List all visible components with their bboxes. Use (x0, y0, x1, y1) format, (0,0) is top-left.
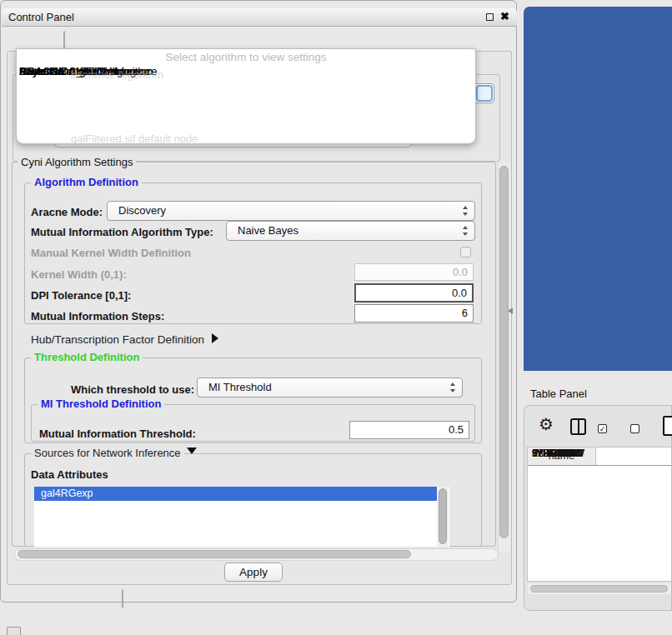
mi-steps-label: Mutual Information Steps: (31, 310, 164, 322)
attribute-item-gal4rgexp[interactable]: gal4RGexp (34, 487, 437, 501)
control-panel-window: Control Panel ✖ NetworkStyleSelectCyni T… (0, 0, 517, 602)
mi-threshold-field[interactable]: 0.5 (349, 421, 469, 439)
tab-jactivemnodules[interactable]: jActiveMNodules (64, 32, 65, 49)
table-cell: 9 (528, 448, 538, 460)
combo-stepper-icon[interactable] (476, 85, 493, 102)
tab-style[interactable]: Style (64, 32, 65, 49)
algorithm-definition-title: Algorithm Definition (31, 177, 142, 188)
control-panel-titlebar[interactable]: Control Panel ✖ (2, 8, 517, 27)
gear-icon[interactable]: ⚙ (539, 415, 554, 433)
close-icon[interactable]: ✖ (500, 10, 509, 22)
stepper-up-icon (463, 226, 468, 229)
desktop: Control Panel ✖ NetworkStyleSelectCyni T… (0, 0, 672, 635)
which-threshold-combo[interactable]: MI Threshold (197, 378, 463, 398)
stepper-down-icon (450, 389, 455, 392)
document-icon[interactable] (663, 416, 672, 436)
which-threshold-value: MI Threshold (208, 378, 272, 397)
manual-kernel-width-checkbox[interactable] (460, 247, 471, 258)
stepper-down-icon (463, 212, 468, 216)
table-horizontal-scrollbar-thumb[interactable] (530, 585, 668, 592)
tab-select[interactable]: Select (64, 32, 65, 49)
table-panel-title: Table Panel (530, 388, 587, 400)
mi-algorithm-type-value: Naive Bayes (238, 222, 298, 240)
panel-splitter-collapse-icon[interactable] (508, 308, 513, 314)
aracne-mode-label: Aracne Mode: (31, 206, 103, 218)
hub-transcription-factor-section[interactable]: Hub/Transcription Factor Definition (31, 333, 204, 346)
mi-threshold-definition-title: MI Threshold Definition (38, 398, 164, 410)
settings-vertical-scrollbar-thumb[interactable] (499, 166, 509, 538)
tab-impute-data[interactable]: Impute Data (123, 590, 123, 608)
split-columns-icon[interactable] (570, 418, 586, 435)
tab-cyni-toolbox[interactable]: Cyni Toolbox (64, 32, 65, 49)
table-row[interactable]: YIL052CYIL052C9 (528, 448, 672, 460)
network-view-window: GALGAL80GAL10GAL1GAL11SWI4GAL4GCY1HAP4YH… (524, 7, 672, 371)
bottom-tab-bar: Impute DataDiscretize DataInfer Network (122, 589, 123, 608)
collapse-down-icon[interactable] (187, 448, 197, 454)
tab-discretize-data[interactable]: Discretize Data (123, 590, 123, 608)
apply-button[interactable]: Apply (224, 562, 283, 582)
dpi-tolerance-field[interactable]: 0.0 (354, 283, 474, 302)
ghost-inference-algorithm-label: Inference Algorithm (70, 68, 163, 81)
control-panel-tab-bar: NetworkStyleSelectCyni ToolboxjActiveMNo… (63, 31, 65, 50)
dpi-tolerance-label: DPI Tolerance [0,1]: (31, 289, 131, 302)
float-window-icon[interactable] (486, 13, 494, 21)
table-cell: YIL052C (528, 448, 596, 460)
attributes-scrollbar-thumb[interactable] (439, 488, 447, 544)
kernel-width-label: Kernel Width (0,1): (31, 268, 127, 281)
algorithm-dropdown-popup: Select algorithm to view settings Bayesi… (16, 48, 476, 144)
settings-horizontal-scrollbar-thumb[interactable] (18, 550, 411, 558)
which-threshold-label: Which threshold to use: (71, 383, 194, 396)
data-attributes-list[interactable]: SelfLoopsTopologicalCoefficientBetweenne… (34, 487, 449, 547)
mi-algorithm-type-combo[interactable]: Naive Bayes (226, 221, 475, 241)
node-attribute-table[interactable]: shared...nameYDL19...YDL19...13YDR27...Y… (527, 447, 672, 582)
control-panel-title: Control Panel (8, 8, 74, 27)
cyni-settings-group-title: Cyni Algorithm Settings (18, 157, 136, 168)
mi-threshold-label: Mutual Information Threshold: (39, 428, 196, 440)
mi-algorithm-type-label: Mutual Information Algorithm Type: (31, 226, 213, 238)
manual-kernel-width-label: Manual Kernel Width Definition (31, 247, 191, 259)
threshold-definition-title: Threshold Definition (31, 352, 143, 363)
stepper-up-icon (450, 382, 455, 386)
data-attributes-label: Data Attributes (31, 468, 108, 481)
mi-steps-field[interactable]: 6 (354, 304, 474, 322)
stepper-up-icon (463, 206, 468, 209)
unchecked-box-icon (630, 424, 639, 433)
expand-right-icon[interactable] (212, 333, 218, 343)
stepper-down-icon (463, 232, 468, 236)
ghost-network-combo-value: galFiltered.sif default node (71, 132, 198, 145)
hub-section-label: Hub/Transcription Factor Definition (31, 333, 204, 346)
dropdown-placeholder: Select algorithm to view settings (17, 51, 475, 65)
tab-infer-network[interactable]: Infer Network (123, 590, 123, 608)
tab-network[interactable]: Network (64, 32, 65, 49)
sources-group-title[interactable]: Sources for Network Inference (31, 448, 184, 459)
sources-title-label: Sources for Network Inference (34, 447, 181, 459)
aracne-mode-value: Discovery (118, 202, 166, 220)
checked-box-icon: ✓ (598, 424, 607, 433)
kernel-width-field[interactable]: 0.0 (354, 263, 474, 281)
aracne-mode-combo[interactable]: Discovery (107, 201, 475, 221)
minimized-panel-icon[interactable] (7, 627, 21, 635)
